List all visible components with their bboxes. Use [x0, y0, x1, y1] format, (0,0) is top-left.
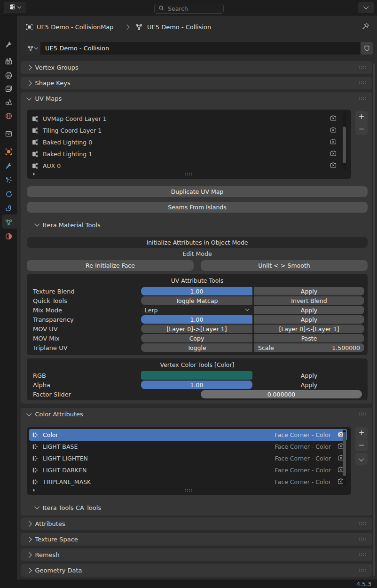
editor-type-button[interactable] — [4, 2, 25, 13]
color-attribute-row[interactable]: LIGHT DARKEN Face Corner - Color — [29, 464, 347, 476]
color-attribute-row[interactable]: TRIPLANE_MASK Face Corner - Color — [29, 476, 347, 488]
panel-texture-space[interactable]: Texture Space — [21, 533, 372, 546]
triplane-scale-field[interactable]: Scale 1.500000 — [254, 343, 364, 352]
tab-object[interactable] — [4, 147, 13, 156]
tab-particles[interactable] — [4, 175, 13, 184]
mov-mix-paste-button[interactable]: Paste — [254, 334, 364, 342]
color-attribute-row[interactable]: LIGHT LIGHTEN Face Corner - Color — [29, 453, 347, 464]
datablock-name-input[interactable] — [44, 44, 356, 52]
tab-modifiers[interactable] — [4, 161, 13, 170]
tab-render[interactable] — [4, 57, 13, 65]
toggle-matcap-button[interactable]: Toggle Matcap — [141, 296, 252, 305]
pin-icon[interactable] — [361, 22, 370, 31]
panel-attributes[interactable]: Attributes — [21, 517, 372, 530]
render-toggle-camera-icon[interactable] — [330, 126, 337, 135]
search-box[interactable] — [154, 4, 224, 14]
remove-color-attribute-button[interactable]: − — [355, 439, 368, 451]
factor-slider[interactable]: 0.000000 — [201, 390, 362, 398]
mov-uv-forward-button[interactable]: [Layer 0]->[Layer 1] — [141, 325, 252, 333]
breadcrumb-data-name[interactable]: UE5 Demo - Collision — [147, 24, 211, 31]
list-scrollbar[interactable] — [343, 112, 346, 170]
subpanel-itera-material-tools[interactable]: Itera Material Tools — [21, 219, 364, 231]
panel-remesh[interactable]: Remesh — [21, 548, 372, 561]
list-expand-arrow-icon[interactable] — [33, 173, 35, 175]
rgb-color-swatch[interactable] — [141, 371, 252, 380]
tab-object-data[interactable] — [4, 218, 13, 226]
panel-drag-grip[interactable] — [359, 538, 366, 541]
color-attribute-specials-button[interactable] — [355, 453, 368, 465]
alpha-slider[interactable]: 1.00 — [141, 381, 252, 389]
subpanel-itera-ca-tools[interactable]: Itera Tools CA Tools — [21, 501, 364, 514]
mix-mode-dropdown[interactable]: Lerp — [141, 306, 252, 314]
unlit-smooth-button[interactable]: Unlit <-> Smooth — [201, 260, 368, 271]
color-attribute-row[interactable]: Color Face Corner - Color — [29, 429, 347, 441]
datablock-name-field[interactable] — [40, 42, 360, 55]
mov-uv-backward-button[interactable]: [Layer 0]<-[Layer 1] — [254, 325, 364, 333]
initialize-attributes-button[interactable]: Initialize Attributes in Object Mode — [27, 237, 368, 248]
list-expand-arrow-icon[interactable] — [33, 489, 35, 492]
panel-vertex-groups[interactable]: Vertex Groups — [21, 61, 372, 74]
list-scrollbar[interactable] — [343, 430, 346, 486]
header-menu-button[interactable] — [358, 2, 374, 13]
tab-constraints[interactable] — [4, 204, 13, 212]
tab-material[interactable] — [4, 232, 13, 240]
panel-shape-keys[interactable]: Shape Keys — [21, 77, 372, 89]
texture-blend-slider[interactable]: 1.00 — [141, 287, 252, 295]
uv-map-row[interactable]: UVMap Coord Layer 1 — [29, 113, 347, 125]
render-toggle-camera-icon[interactable] — [330, 161, 337, 170]
list-resize-grip[interactable] — [185, 173, 192, 176]
triplane-toggle-button[interactable]: Toggle — [141, 343, 252, 352]
rgb-apply-button[interactable]: Apply — [254, 371, 364, 380]
panel-geometry-data[interactable]: Geometry Data — [21, 564, 372, 577]
scrollbar-thumb[interactable] — [343, 127, 346, 163]
uv-map-row[interactable]: Tiling Coord Layer 1 — [29, 125, 347, 136]
uv-map-row[interactable]: Baked Lighting 0 — [29, 136, 347, 148]
transparency-apply-button[interactable]: Apply — [254, 315, 364, 324]
panel-drag-grip[interactable] — [359, 522, 366, 525]
color-attribute-row[interactable]: LIGHT BASE Face Corner - Color — [29, 441, 347, 453]
search-input[interactable] — [167, 5, 220, 13]
editor-scrollbar[interactable] — [373, 64, 375, 576]
uv-map-row[interactable]: Baked Lighting 1 — [29, 148, 347, 160]
add-uv-map-button[interactable]: + — [355, 111, 368, 123]
subpanel-title: Itera Tools CA Tools — [43, 504, 102, 511]
tab-physics[interactable] — [4, 190, 13, 198]
uv-map-row[interactable]: AUX 0 — [29, 160, 347, 172]
tab-tool[interactable] — [4, 40, 13, 48]
color-attribute-name: LIGHT BASE — [43, 443, 78, 450]
tab-world[interactable] — [4, 111, 13, 120]
panel-drag-grip[interactable] — [359, 81, 366, 85]
panel-title: Geometry Data — [35, 567, 82, 574]
panel-drag-grip[interactable] — [359, 66, 366, 69]
render-toggle-camera-icon[interactable] — [330, 138, 337, 147]
panel-drag-grip[interactable] — [359, 569, 366, 572]
tab-collection[interactable] — [4, 129, 13, 138]
texture-blend-apply-button[interactable]: Apply — [254, 287, 364, 295]
panel-header-color-attributes[interactable]: Color Attributes — [21, 408, 372, 421]
mix-mode-apply-button[interactable]: Apply — [254, 306, 364, 314]
tab-scene[interactable] — [4, 97, 13, 106]
invert-blend-button[interactable]: Invert Blend — [254, 296, 364, 305]
seams-from-islands-button[interactable]: Seams From Islands — [27, 202, 368, 213]
mov-mix-copy-button[interactable]: Copy — [141, 334, 252, 342]
panel-drag-grip[interactable] — [359, 97, 366, 100]
breadcrumb-object-name[interactable]: UE5 Demo - CollisionMap — [37, 24, 114, 31]
list-resize-grip[interactable] — [185, 489, 192, 492]
tab-view-layer[interactable] — [4, 84, 13, 93]
data-type-dropdown[interactable] — [24, 42, 40, 55]
alpha-apply-button[interactable]: Apply — [254, 381, 364, 389]
render-toggle-camera-icon[interactable] — [330, 114, 337, 123]
panel-drag-grip[interactable] — [359, 553, 366, 556]
transparency-slider[interactable]: 1.00 — [141, 315, 252, 324]
tab-output[interactable] — [4, 71, 13, 79]
render-toggle-camera-icon[interactable] — [330, 150, 337, 159]
panel-drag-grip[interactable] — [359, 413, 366, 416]
shield-button[interactable] — [361, 42, 373, 55]
remove-uv-map-button[interactable]: − — [355, 123, 368, 135]
reinitialize-face-button[interactable]: Re-Initialize Face — [27, 260, 194, 271]
chevron-right-icon — [26, 537, 31, 542]
duplicate-uv-map-button[interactable]: Duplicate UV Map — [27, 186, 368, 197]
add-color-attribute-button[interactable]: + — [355, 427, 368, 439]
scrollbar-thumb[interactable] — [343, 432, 346, 476]
panel-header-uv-maps[interactable]: UV Maps — [21, 92, 372, 105]
